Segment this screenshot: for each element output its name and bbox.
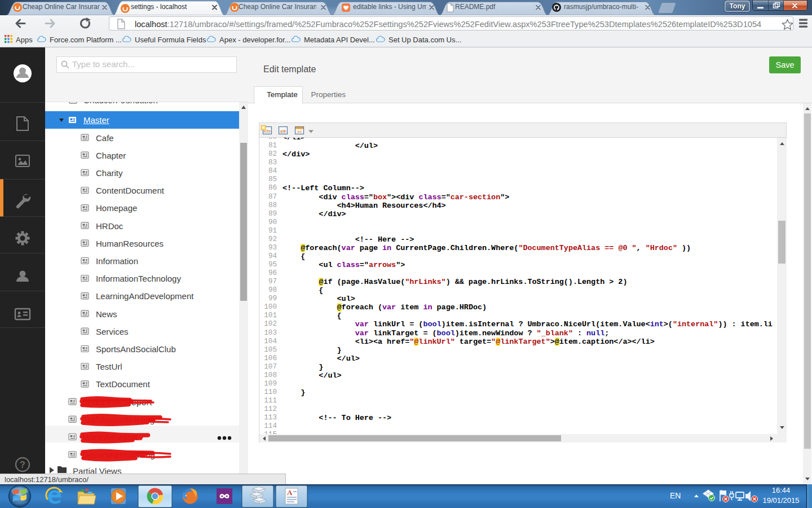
svg-text:A: A [287, 488, 293, 497]
svg-text:><: >< [297, 130, 302, 134]
svg-text:ε¥: ε¥ [280, 129, 286, 134]
svg-text:?: ? [20, 460, 25, 470]
